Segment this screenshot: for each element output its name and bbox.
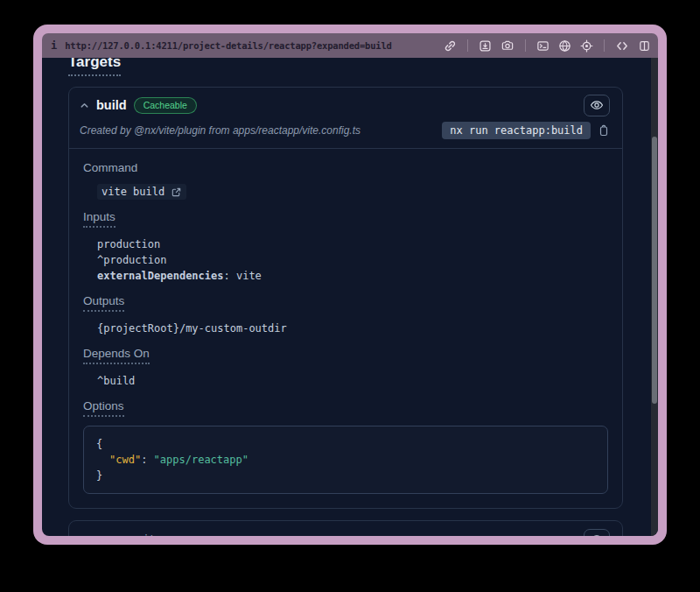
outputs-label: Outputs xyxy=(83,294,124,312)
external-deps-value: : vite xyxy=(224,270,262,282)
depends-on-item: ^build xyxy=(97,373,608,389)
screen: i http://127.0.0.1:4211/project-details/… xyxy=(0,0,700,592)
terminal-icon[interactable] xyxy=(536,39,550,53)
code-line: { xyxy=(96,436,595,452)
run-command-chip: nx run reactapp:build xyxy=(442,122,591,139)
input-item: ^production xyxy=(97,252,608,268)
download-icon[interactable] xyxy=(479,39,492,53)
cacheable-badge: Cacheable xyxy=(134,97,197,114)
target-card-serve: serve vite serve xyxy=(68,520,623,536)
command-value-row: vite build xyxy=(97,184,186,200)
serve-command-text: vite serve xyxy=(136,533,200,536)
info-icon: i xyxy=(51,39,57,52)
options-code-block: { "cwd": "apps/reactapp" } xyxy=(83,426,608,494)
page-viewport: Targets build Cacheable xyxy=(42,58,658,536)
link-icon[interactable] xyxy=(444,39,457,53)
target-card-build: build Cacheable Created by @n xyxy=(68,87,623,509)
options-section: Options { "cwd": "apps/reactapp" } xyxy=(83,399,608,494)
browser-frame: i http://127.0.0.1:4211/project-details/… xyxy=(33,25,667,545)
serve-eye-button[interactable] xyxy=(584,529,610,537)
build-eye-button[interactable] xyxy=(584,95,610,116)
external-deps-key: externalDependencies xyxy=(97,270,224,282)
inputs-label: Inputs xyxy=(83,210,116,228)
code-line: } xyxy=(96,468,595,483)
json-separator: : xyxy=(141,454,153,466)
scrollbar-thumb[interactable] xyxy=(652,137,657,404)
json-string-value: "apps/reactapp" xyxy=(154,454,248,466)
target-name-serve[interactable]: serve xyxy=(96,532,130,536)
serve-card-header: serve vite serve xyxy=(69,521,622,536)
copy-icon[interactable] xyxy=(598,124,610,137)
sidebar-icon[interactable] xyxy=(638,39,651,53)
command-label: Command xyxy=(83,161,137,174)
toolbar-separator xyxy=(467,39,468,52)
page-title: Targets xyxy=(68,58,121,76)
inputs-section: Inputs production ^production externalDe… xyxy=(83,210,608,284)
code-icon[interactable] xyxy=(615,39,629,53)
address-bar[interactable]: http://127.0.0.1:4211/project-details/re… xyxy=(65,40,444,51)
command-value: vite build xyxy=(102,186,164,198)
created-by-text: Created by @nx/vite/plugin from apps/rea… xyxy=(80,124,360,137)
toolbar-separator xyxy=(525,39,526,52)
depends-on-section: Depends On ^build xyxy=(83,347,608,389)
chevron-down-icon[interactable] xyxy=(80,535,89,537)
browser-toolbar: i http://127.0.0.1:4211/project-details/… xyxy=(42,33,658,58)
project-details-page: Targets build Cacheable xyxy=(42,58,658,536)
build-card-header: build Cacheable Created by @n xyxy=(69,88,622,149)
toolbar-actions xyxy=(444,39,651,53)
target-name-build[interactable]: build xyxy=(96,98,127,112)
command-section: Command vite build xyxy=(83,161,608,200)
depends-on-label: Depends On xyxy=(83,347,150,364)
toolbar-separator xyxy=(604,39,605,52)
output-item: {projectRoot}/my-custom-outdir xyxy=(97,321,608,336)
input-item: production xyxy=(97,236,608,252)
outputs-section: Outputs {projectRoot}/my-custom-outdir xyxy=(83,294,608,336)
chevron-up-icon[interactable] xyxy=(80,101,89,110)
target-icon[interactable] xyxy=(580,39,593,53)
input-item-external-deps: externalDependencies: vite xyxy=(97,268,608,284)
json-key: "cwd" xyxy=(109,454,141,466)
external-link-icon[interactable] xyxy=(171,187,182,198)
code-line: "cwd": "apps/reactapp" xyxy=(96,452,595,468)
camera-icon[interactable] xyxy=(500,39,514,53)
options-label: Options xyxy=(83,399,124,417)
globe-icon[interactable] xyxy=(558,39,571,53)
build-card-body: Command vite build xyxy=(69,149,622,508)
